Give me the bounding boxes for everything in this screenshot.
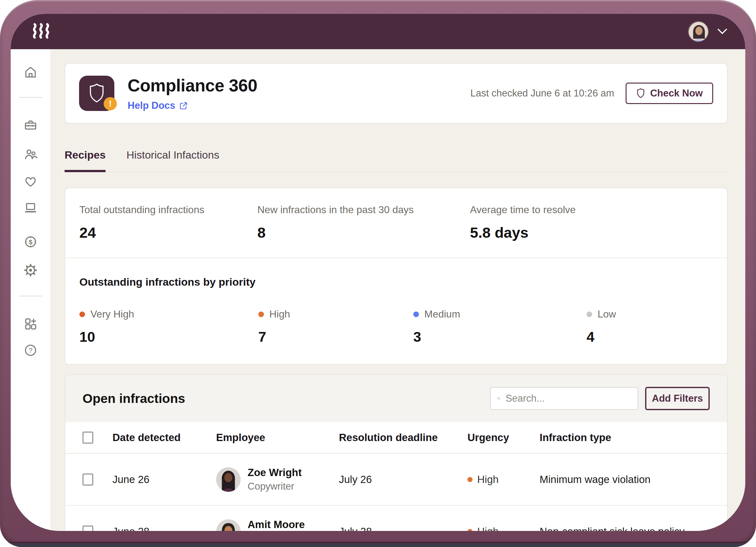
page-title: Compliance 360 [128,75,257,95]
cell-employee: Zoe Wright Copywriter [216,467,339,492]
tab-bar: Recipes Historical Infactions [65,124,728,172]
open-infractions-card: Open infractions Add Filters Date detec [65,374,728,531]
svg-text:$: $ [29,238,32,245]
last-checked-text: Last checked June 6 at 10:26 am [470,88,614,99]
apps-grid-plus-icon[interactable] [23,317,38,331]
row-checkbox[interactable] [83,526,93,531]
people-icon[interactable] [23,147,38,161]
heart-icon[interactable] [23,174,38,189]
stat-total-outstanding: Total outstanding infractions 24 [79,204,257,241]
stats-row: Total outstanding infractions 24 New inf… [65,188,727,257]
table-row[interactable]: June 26 [65,454,727,506]
sidebar: $ [11,49,50,531]
briefcase-icon[interactable] [23,118,38,132]
select-all-checkbox[interactable] [83,432,93,444]
cell-infraction-type: Non-compliant sick leave policy [540,526,721,531]
low-dot-icon [587,312,592,317]
sidebar-divider [19,296,42,297]
help-question-icon[interactable]: ? [23,343,38,358]
add-filters-button[interactable]: Add Filters [645,387,710,410]
cell-deadline: July 28 [339,526,467,531]
priority-very-high: Very High 10 [79,308,258,345]
cell-infraction-type: Minimum wage violation [540,474,721,486]
chevron-down-icon[interactable] [718,29,727,34]
priority-section: Outstanding infractions by priority Very… [65,258,727,364]
tab-recipes[interactable]: Recipes [65,149,106,172]
shield-alert-icon: ! [79,76,114,111]
help-docs-link[interactable]: Help Docs [128,100,188,111]
laptop-icon[interactable] [23,200,38,215]
col-resolution-deadline: Resolution deadline [339,432,467,444]
user-avatar[interactable] [688,21,709,42]
very-high-dot-icon [79,312,85,317]
priority-title: Outstanding infractions by priority [79,276,713,288]
search-box [490,387,638,410]
cell-urgency: High [467,474,540,486]
high-dot-icon [467,477,473,482]
employee-name: Amit Moore [248,519,305,531]
medium-dot-icon [413,312,419,317]
cell-deadline: July 26 [339,474,467,486]
col-infraction-type: Infraction type [540,432,721,444]
row-checkbox[interactable] [83,474,93,486]
col-employee: Employee [216,432,339,444]
cell-date: June 26 [112,474,216,486]
col-urgency: Urgency [467,432,540,444]
settings-gear-icon[interactable] [23,263,38,278]
table-toolbar: Open infractions Add Filters [65,375,727,422]
cell-date: June 28 [112,526,216,531]
alert-badge: ! [104,97,117,110]
device-base [9,543,747,547]
top-navbar [11,14,745,49]
employee-name: Zoe Wright [248,467,302,479]
page-header-card: ! Compliance 360 Help Docs Las [65,63,728,124]
avatar [216,467,241,492]
employee-role: Copywriter [248,481,302,492]
rippling-logo-icon[interactable] [32,23,52,40]
col-date-detected: Date detected [112,432,216,444]
home-icon[interactable] [23,65,38,79]
table-header-row: Date detected Employee Resolution deadli… [65,422,727,454]
dollar-coin-icon[interactable]: $ [23,234,38,249]
stats-card: Total outstanding infractions 24 New inf… [65,187,728,365]
search-input[interactable] [506,393,631,404]
sidebar-divider [19,97,42,98]
avatar [216,519,241,531]
external-link-icon [179,101,188,110]
main-content: ! Compliance 360 Help Docs Las [50,49,745,531]
stat-avg-time-resolve: Average time to resolve 5.8 days [470,204,576,241]
app-screen: $ [11,14,745,531]
cell-employee: Amit Moore VP of Sales [216,519,339,531]
cell-urgency: High [467,526,540,531]
shield-icon [636,88,645,99]
priority-low: Low 4 [587,308,616,345]
tab-historical-infactions[interactable]: Historical Infactions [126,149,219,171]
search-icon [497,394,501,403]
priority-high: High 7 [258,308,413,345]
high-dot-icon [258,312,264,317]
check-now-button[interactable]: Check Now [626,83,713,104]
tablet-frame: $ [0,0,756,547]
stat-new-30-days: New infractions in the past 30 days 8 [257,204,470,241]
high-dot-icon [467,529,473,531]
table-row[interactable]: June 28 [65,506,727,531]
open-infractions-title: Open infractions [83,391,185,406]
priority-medium: Medium 3 [413,308,587,345]
svg-text:?: ? [29,347,32,354]
